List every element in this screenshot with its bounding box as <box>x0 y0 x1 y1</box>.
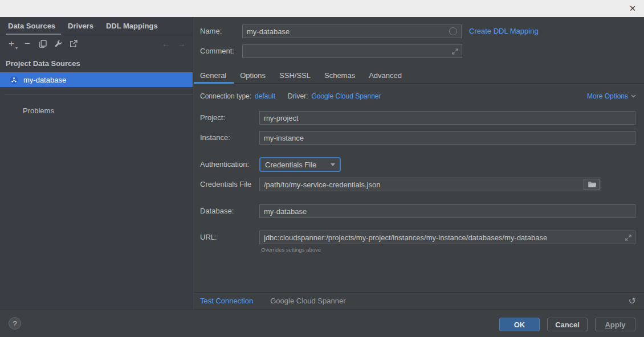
project-field-box <box>259 111 635 125</box>
name-label: Name: <box>200 24 222 38</box>
ok-button[interactable]: OK <box>499 318 540 331</box>
dialog-footer: ? OK Cancel Apply <box>0 309 644 337</box>
add-icon[interactable]: + ▾ <box>6 39 17 49</box>
create-ddl-mapping-link[interactable]: Create DDL Mapping <box>469 24 539 38</box>
project-label: Project: <box>200 111 225 125</box>
cloud-spanner-icon <box>10 76 18 84</box>
name-field-box <box>242 24 462 38</box>
tab-advanced[interactable]: Advanced <box>369 67 402 83</box>
dropdown-caret-icon <box>331 163 335 166</box>
url-input[interactable] <box>260 231 625 244</box>
detail-tab-strip: General Options SSH/SSL Schemas Advanced <box>194 67 644 84</box>
tab-ssh-ssl[interactable]: SSH/SSL <box>279 67 311 83</box>
duplicate-icon[interactable] <box>38 39 48 49</box>
undo-icon[interactable]: ↺ <box>629 297 636 306</box>
sidebar-tab-strip: Data Sources Drivers DDL Mappings <box>0 17 193 35</box>
data-sources-dialog: ✕ Data Sources Drivers DDL Mappings + ▾ … <box>0 0 644 337</box>
driver-value-link[interactable]: Google Cloud Spanner <box>311 92 381 100</box>
authentication-selected-value: Credentials File <box>265 161 316 169</box>
chevron-down-icon <box>631 94 636 98</box>
more-options-link[interactable]: More Options <box>587 92 636 100</box>
credentials-file-field-box <box>259 178 601 191</box>
comment-field-box <box>242 44 462 58</box>
authentication-dropdown[interactable]: Credentials File <box>259 157 341 172</box>
database-label: Database: <box>200 204 234 218</box>
data-source-label: my-database <box>23 76 66 84</box>
authentication-label: Authentication: <box>200 158 249 171</box>
expand-icon[interactable] <box>452 48 458 55</box>
tab-drivers[interactable]: Drivers <box>68 17 93 35</box>
apply-button[interactable]: Apply <box>595 318 635 331</box>
credentials-file-label: Credentials File <box>200 178 251 191</box>
sidebar: Data Sources Drivers DDL Mappings + ▾ − <box>0 17 193 309</box>
problems-node[interactable]: Problems <box>0 94 193 115</box>
back-icon[interactable]: ← <box>162 39 170 48</box>
connection-type-row: Connection type: default Driver: Google … <box>200 89 636 104</box>
close-icon[interactable]: ✕ <box>626 2 639 15</box>
instance-field-box <box>259 131 635 145</box>
add-dropdown-caret-icon: ▾ <box>15 46 18 51</box>
help-button[interactable]: ? <box>9 317 21 330</box>
history-nav: ← → <box>162 39 186 48</box>
instance-input[interactable] <box>260 131 635 144</box>
connection-type-label: Connection type: <box>200 92 251 100</box>
remove-icon[interactable]: − <box>22 39 32 49</box>
url-label: URL: <box>200 231 217 244</box>
driver-label: Driver: <box>288 92 308 100</box>
name-row: Name: Create DDL Mapping <box>194 24 644 38</box>
tab-general[interactable]: General <box>200 67 226 83</box>
comment-row: Comment: <box>194 44 644 58</box>
tab-ddl-mappings[interactable]: DDL Mappings <box>106 17 158 35</box>
test-connection-row: Test Connection Google Cloud Spanner ↺ <box>194 293 644 309</box>
browse-file-button[interactable] <box>584 179 600 190</box>
window-titlebar: ✕ <box>0 0 644 17</box>
footer-buttons: OK Cancel Apply <box>499 318 635 331</box>
url-expand-icon[interactable] <box>625 235 631 241</box>
connection-type-value-link[interactable]: default <box>255 92 275 100</box>
database-input[interactable] <box>260 205 635 217</box>
tab-schemas[interactable]: Schemas <box>324 67 355 83</box>
project-input[interactable] <box>260 112 635 124</box>
wrench-icon[interactable] <box>53 39 63 49</box>
test-connection-link[interactable]: Test Connection <box>200 297 253 305</box>
tab-data-sources[interactable]: Data Sources <box>8 17 55 35</box>
comment-input[interactable] <box>243 45 452 57</box>
instance-label: Instance: <box>200 131 230 145</box>
project-data-sources-label: Project Data Sources <box>0 52 193 72</box>
main-panel: Name: Create DDL Mapping Comment: Gener <box>194 17 644 309</box>
credentials-file-input[interactable] <box>260 178 584 191</box>
tab-options[interactable]: Options <box>240 67 266 83</box>
database-field-box <box>259 204 635 218</box>
comment-label: Comment: <box>200 44 234 58</box>
test-driver-name: Google Cloud Spanner <box>270 297 345 305</box>
url-note: Overrides settings above <box>261 246 321 253</box>
open-in-new-window-icon[interactable] <box>68 39 79 49</box>
cancel-button[interactable]: Cancel <box>547 318 588 331</box>
name-input[interactable] <box>243 25 449 38</box>
data-source-item-my-database[interactable]: my-database <box>0 72 193 87</box>
sidebar-toolbar: + ▾ − <box>0 35 193 52</box>
folder-icon <box>588 181 596 188</box>
forward-icon[interactable]: → <box>177 39 186 48</box>
status-circle-icon <box>449 27 457 35</box>
url-field-box <box>259 231 635 244</box>
